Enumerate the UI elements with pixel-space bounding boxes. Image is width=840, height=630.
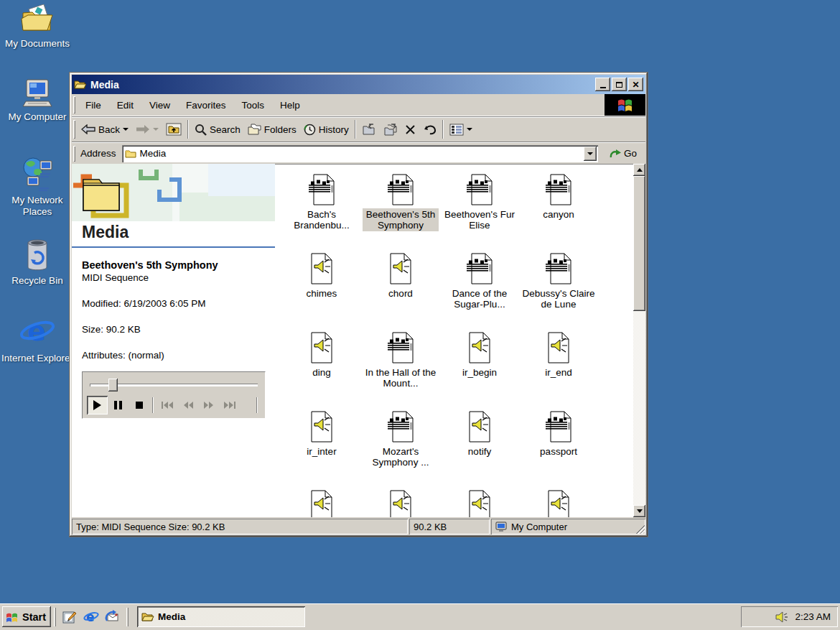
file-label: canyon bbox=[541, 208, 576, 221]
file-item-dance-of-the-sugar-plu[interactable]: Dance of the Sugar-Plu... bbox=[440, 253, 519, 332]
forward-arrow-icon bbox=[136, 124, 150, 134]
midi-file-icon bbox=[386, 332, 415, 363]
menu-view[interactable]: View bbox=[141, 94, 178, 116]
stop-button[interactable] bbox=[129, 396, 149, 414]
toolbar-grab-handle[interactable] bbox=[73, 120, 75, 139]
file-label: ir_inter bbox=[305, 445, 337, 458]
menu-favorites[interactable]: Favorites bbox=[178, 94, 234, 116]
start-button[interactable]: Start bbox=[2, 606, 51, 627]
folders-button[interactable]: Folders bbox=[244, 119, 300, 140]
file-item-partial-18[interactable] bbox=[440, 490, 519, 517]
play-button[interactable] bbox=[87, 396, 108, 414]
back-button[interactable]: Back bbox=[78, 119, 132, 140]
skip-back-button[interactable] bbox=[157, 396, 177, 414]
file-item-chimes[interactable]: chimes bbox=[282, 253, 361, 332]
delete-button[interactable] bbox=[401, 119, 419, 140]
launch-outlook-express-button[interactable] bbox=[103, 608, 122, 626]
file-item-bach-s-brandenbu[interactable]: Bach's Brandenbu... bbox=[282, 174, 361, 253]
move-to-button[interactable] bbox=[358, 119, 380, 140]
player-separator bbox=[152, 397, 154, 413]
desktop-icon-label: Internet Explorer bbox=[0, 353, 75, 364]
file-item-partial-19[interactable] bbox=[519, 490, 598, 517]
file-item-partial-17[interactable] bbox=[361, 490, 440, 517]
history-button[interactable]: History bbox=[300, 119, 353, 140]
desktop-icon-internet-explorer[interactable]: e Internet Explorer bbox=[0, 313, 75, 364]
file-item-partial-16[interactable] bbox=[282, 490, 361, 517]
wav-file-icon bbox=[465, 332, 494, 363]
pause-button[interactable] bbox=[108, 396, 129, 414]
toolbar-separator bbox=[442, 120, 444, 139]
scrollbar-track[interactable] bbox=[633, 311, 645, 505]
scroll-up-icon bbox=[637, 168, 643, 172]
file-list-area: Bach's Brandenbu... Beethoven's 5t bbox=[275, 164, 633, 517]
views-grid-icon bbox=[449, 124, 464, 136]
desktop-icon-my-documents[interactable]: My Documents bbox=[0, 4, 75, 50]
menu-edit[interactable]: Edit bbox=[109, 94, 141, 116]
delete-x-icon bbox=[405, 124, 416, 135]
scroll-down-button[interactable] bbox=[633, 505, 645, 517]
file-label: In the Hall of the Mount... bbox=[363, 366, 439, 389]
fast-forward-icon bbox=[203, 401, 215, 409]
selected-file-title: Beethoven's 5th Symphony bbox=[82, 259, 265, 272]
address-input[interactable]: Media bbox=[122, 145, 598, 162]
launch-internet-explorer-button[interactable]: e bbox=[82, 608, 101, 626]
desktop-icon-my-network-places[interactable]: My Network Places bbox=[0, 157, 75, 218]
midi-file-icon bbox=[307, 174, 336, 205]
file-item-passport[interactable]: passport bbox=[519, 411, 598, 490]
file-label: Debussy's Claire de Lune bbox=[521, 287, 597, 310]
file-item-ding[interactable]: ding bbox=[282, 332, 361, 411]
rewind-button[interactable] bbox=[177, 396, 198, 414]
fast-forward-button[interactable] bbox=[198, 396, 219, 414]
go-button[interactable]: Go bbox=[605, 144, 643, 163]
folder-up-icon bbox=[166, 123, 182, 136]
file-item-in-the-hall-of-the-mount[interactable]: In the Hall of the Mount... bbox=[361, 332, 440, 411]
addressbar-grab-handle[interactable] bbox=[73, 146, 75, 162]
selected-file-size: Size: 90.2 KB bbox=[82, 323, 265, 335]
menu-file[interactable]: File bbox=[78, 94, 109, 116]
taskbar-task-media[interactable]: Media bbox=[137, 606, 305, 627]
wav-file-icon bbox=[386, 490, 415, 517]
seek-thumb[interactable] bbox=[108, 379, 118, 392]
file-item-canyon[interactable]: canyon bbox=[519, 174, 598, 253]
desktop-icon-recycle-bin[interactable]: Recycle Bin bbox=[0, 236, 75, 287]
seek-slider[interactable] bbox=[90, 378, 258, 392]
copy-to-button[interactable] bbox=[380, 119, 401, 140]
start-flag-icon bbox=[5, 611, 19, 624]
file-item-notify[interactable]: notify bbox=[440, 411, 519, 490]
minimize-button[interactable] bbox=[595, 78, 610, 91]
file-item-mozart-s-symphony[interactable]: Mozart's Symphony ... bbox=[361, 411, 440, 490]
file-item-beethoven-s-5th-symphony[interactable]: Beethoven's 5th Symphony bbox=[361, 174, 440, 253]
volume-icon[interactable] bbox=[775, 611, 789, 623]
back-arrow-icon bbox=[81, 124, 95, 134]
close-button[interactable]: ✕ bbox=[628, 78, 643, 91]
folders-icon bbox=[248, 124, 261, 135]
vertical-scrollbar[interactable] bbox=[633, 164, 645, 517]
menubar-grab-handle[interactable] bbox=[73, 96, 75, 114]
menu-tools[interactable]: Tools bbox=[234, 94, 273, 116]
file-item-debussy-s-claire-de-lune[interactable]: Debussy's Claire de Lune bbox=[519, 253, 598, 332]
scroll-up-button[interactable] bbox=[633, 164, 645, 176]
views-button[interactable] bbox=[446, 119, 476, 140]
up-button[interactable] bbox=[162, 119, 185, 140]
file-item-chord[interactable]: chord bbox=[361, 253, 440, 332]
internet-explorer-icon: e bbox=[19, 313, 56, 351]
title-bar[interactable]: Media ✕ bbox=[72, 75, 645, 94]
windows-flag-icon bbox=[616, 96, 635, 114]
resize-grip[interactable] bbox=[636, 525, 645, 534]
file-item-ir-begin[interactable]: ir_begin bbox=[440, 332, 519, 411]
maximize-button[interactable] bbox=[612, 78, 627, 91]
search-button[interactable]: Search bbox=[191, 119, 244, 140]
desktop-icon-my-computer[interactable]: My Computer bbox=[0, 78, 75, 123]
address-dropdown-button[interactable] bbox=[584, 147, 597, 161]
file-item-ir-end[interactable]: ir_end bbox=[519, 332, 598, 411]
file-item-ir-inter[interactable]: ir_inter bbox=[282, 411, 361, 490]
history-clock-icon bbox=[304, 124, 316, 136]
file-item-beethoven-s-fur-elise[interactable]: Beethoven's Fur Elise bbox=[440, 174, 519, 253]
scrollbar-thumb[interactable] bbox=[633, 176, 645, 311]
skip-back-icon bbox=[161, 401, 174, 409]
undo-button[interactable] bbox=[419, 119, 440, 140]
forward-button[interactable] bbox=[132, 119, 162, 140]
menu-help[interactable]: Help bbox=[272, 94, 308, 116]
show-desktop-button[interactable] bbox=[60, 608, 79, 626]
skip-end-button[interactable] bbox=[219, 396, 240, 414]
